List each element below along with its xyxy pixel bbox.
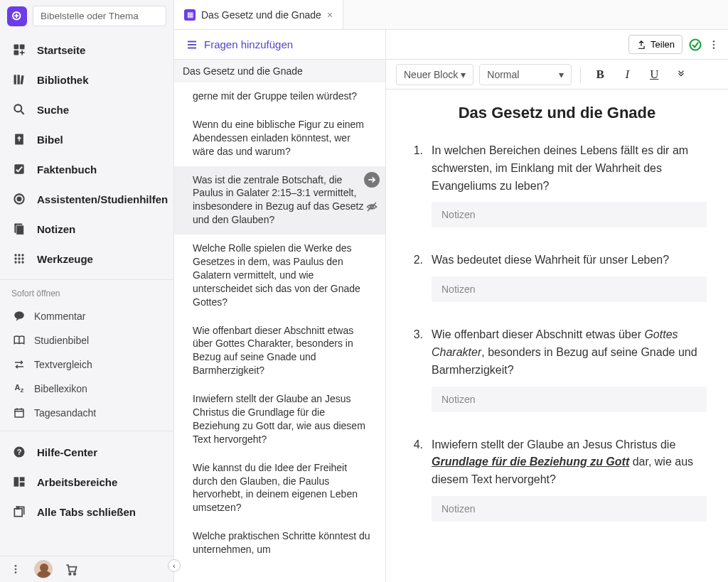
notes-placeholder[interactable]: Notizen bbox=[432, 202, 707, 227]
close-tabs-icon bbox=[11, 504, 27, 519]
tools-icon bbox=[11, 251, 27, 266]
tab-bar: ▦ Das Gesetz und die Gnade × bbox=[174, 0, 728, 30]
document-question[interactable]: 4.Inwiefern stellt der Glaube an Jesus C… bbox=[407, 436, 707, 489]
svg-point-20 bbox=[18, 254, 20, 256]
svg-point-23 bbox=[18, 257, 20, 259]
document-question[interactable]: 3.Wie offenbart dieser Abschnitt etwas ü… bbox=[407, 326, 707, 379]
nav-factbook[interactable]: Faktenbuch bbox=[0, 154, 173, 184]
svg-rect-6 bbox=[14, 75, 16, 84]
nav-help[interactable]: ? Hilfe-Center bbox=[0, 437, 173, 467]
search-icon bbox=[11, 102, 27, 117]
cart-button[interactable] bbox=[61, 559, 81, 579]
notes-placeholder[interactable]: Notizen bbox=[432, 276, 707, 302]
underline-button[interactable]: U bbox=[643, 64, 665, 85]
main-area: ▦ Das Gesetz und die Gnade × Fragen hinz… bbox=[174, 0, 728, 582]
svg-point-45 bbox=[15, 568, 17, 571]
sidebar-collapse-button[interactable]: ‹ bbox=[168, 559, 181, 572]
notes-placeholder[interactable]: Notizen bbox=[432, 496, 707, 522]
nav-label: Faktenbuch bbox=[37, 163, 97, 176]
svg-rect-7 bbox=[18, 75, 20, 84]
share-button[interactable]: Teilen bbox=[628, 35, 682, 54]
quick-commentary[interactable]: Kommentar bbox=[0, 304, 173, 328]
question-number: 3. bbox=[407, 326, 423, 379]
format-more-button[interactable] bbox=[670, 64, 692, 85]
user-avatar[interactable] bbox=[34, 560, 53, 578]
question-hide-button[interactable] bbox=[364, 199, 380, 215]
nav-label: Startseite bbox=[37, 44, 85, 56]
question-item[interactable]: Was ist die zentrale Botschaft, die Paul… bbox=[174, 166, 385, 235]
svg-line-10 bbox=[21, 112, 24, 114]
quick-lexicon[interactable]: AZ Bibellexikon bbox=[0, 377, 173, 401]
app-logo[interactable] bbox=[7, 6, 27, 26]
question-go-button[interactable] bbox=[364, 172, 380, 188]
document-title[interactable]: Das Gesetz und die Gnade bbox=[407, 104, 707, 122]
editor-panel: Teilen Neuer Block ▾ Normal ▾ B I U bbox=[386, 30, 728, 582]
document-question[interactable]: 2.Was bedeutet diese Wahrheit für unser … bbox=[407, 252, 707, 269]
question-item[interactable]: Inwiefern stellt der Glaube an Jesus Chr… bbox=[174, 385, 385, 454]
svg-rect-39 bbox=[20, 477, 25, 481]
svg-point-56 bbox=[713, 41, 715, 43]
svg-point-57 bbox=[713, 43, 715, 45]
quick-text-compare[interactable]: Textvergleich bbox=[0, 352, 173, 377]
workspaces-icon bbox=[11, 474, 27, 490]
document-body[interactable]: Das Gesetz und die Gnade 1.In welchen Be… bbox=[386, 90, 728, 582]
nav-guides[interactable]: Assistenten/Studienhilfen bbox=[0, 184, 173, 214]
nav-workspaces[interactable]: Arbeitsbereiche bbox=[0, 467, 173, 497]
question-item[interactable]: gerne mit der Gruppe teilen würdest? bbox=[174, 82, 385, 111]
question-text[interactable]: In welchen Bereichen deines Lebens fällt… bbox=[432, 142, 707, 195]
nav-label: Alle Tabs schließen bbox=[37, 506, 136, 518]
tab-close-button[interactable]: × bbox=[327, 9, 333, 21]
nav-bible[interactable]: Bibel bbox=[0, 124, 173, 154]
chevron-down-icon: ▾ bbox=[461, 69, 466, 80]
upload-icon bbox=[636, 40, 646, 50]
svg-point-58 bbox=[713, 47, 715, 49]
svg-point-24 bbox=[21, 257, 23, 259]
svg-point-9 bbox=[14, 104, 21, 112]
bible-icon bbox=[11, 131, 27, 147]
svg-rect-3 bbox=[14, 45, 19, 50]
nav-tools[interactable]: Werkzeuge bbox=[0, 244, 173, 274]
calendar-icon bbox=[11, 405, 27, 421]
hamburger-icon bbox=[186, 38, 198, 51]
compare-icon bbox=[11, 357, 27, 372]
quick-study-bible[interactable]: Studienbibel bbox=[0, 328, 173, 352]
document-tab[interactable]: ▦ Das Gesetz und die Gnade × bbox=[174, 0, 343, 29]
question-item[interactable]: Welche Rolle spielen die Werke des Geset… bbox=[174, 235, 385, 316]
question-item[interactable]: Wenn du eine biblische Figur zu einem Ab… bbox=[174, 111, 385, 166]
document-tab-icon: ▦ bbox=[184, 9, 196, 21]
paragraph-style-dropdown[interactable]: Normal ▾ bbox=[479, 64, 572, 85]
svg-rect-32 bbox=[15, 409, 23, 417]
nav-notes[interactable]: Notizen bbox=[0, 214, 173, 244]
notes-placeholder[interactable]: Notizen bbox=[432, 387, 707, 412]
question-number: 4. bbox=[407, 436, 423, 489]
nav-library[interactable]: Bibliothek bbox=[0, 65, 173, 95]
block-type-dropdown[interactable]: Neuer Block ▾ bbox=[396, 64, 473, 85]
add-questions-button[interactable]: Fragen hinzufügen bbox=[181, 36, 297, 54]
svg-rect-4 bbox=[20, 45, 25, 50]
document-question[interactable]: 1.In welchen Bereichen deines Lebens fäl… bbox=[407, 142, 707, 195]
svg-rect-41 bbox=[14, 509, 22, 517]
editor-more-button[interactable] bbox=[708, 39, 719, 50]
question-item[interactable]: Wie offenbart dieser Abschnitt etwas übe… bbox=[174, 317, 385, 386]
open-book-icon bbox=[11, 333, 27, 348]
svg-line-54 bbox=[368, 203, 376, 211]
nav-search[interactable]: Suche bbox=[0, 95, 173, 124]
global-search-input[interactable]: Bibelstelle oder Thema bbox=[33, 6, 166, 26]
svg-point-16 bbox=[18, 198, 21, 201]
question-text[interactable]: Was bedeutet diese Wahrheit für unser Le… bbox=[432, 252, 707, 269]
question-text[interactable]: Wie offenbart dieser Abschnitt etwas übe… bbox=[432, 326, 707, 379]
footer-more-button[interactable] bbox=[6, 559, 26, 579]
question-list[interactable]: gerne mit der Gruppe teilen würdest? Wen… bbox=[174, 82, 385, 582]
question-item[interactable]: Welche praktischen Schritte könntest du … bbox=[174, 522, 385, 564]
nav-home[interactable]: Startseite bbox=[0, 35, 173, 65]
nav-close-tabs[interactable]: Alle Tabs schließen bbox=[0, 497, 173, 527]
question-item[interactable]: Wie kannst du die Idee der Freiheit durc… bbox=[174, 454, 385, 523]
svg-point-55 bbox=[690, 39, 701, 50]
bold-button[interactable]: B bbox=[589, 64, 611, 85]
italic-button[interactable]: I bbox=[616, 64, 638, 85]
quick-open-header: Sofort öffnen bbox=[0, 283, 173, 301]
question-text[interactable]: Inwiefern stellt der Glaube an Jesus Chr… bbox=[432, 436, 707, 489]
quick-devotional[interactable]: Tagesandacht bbox=[0, 401, 173, 425]
add-questions-label: Fragen hinzufügen bbox=[204, 38, 293, 50]
speech-icon bbox=[11, 308, 27, 324]
